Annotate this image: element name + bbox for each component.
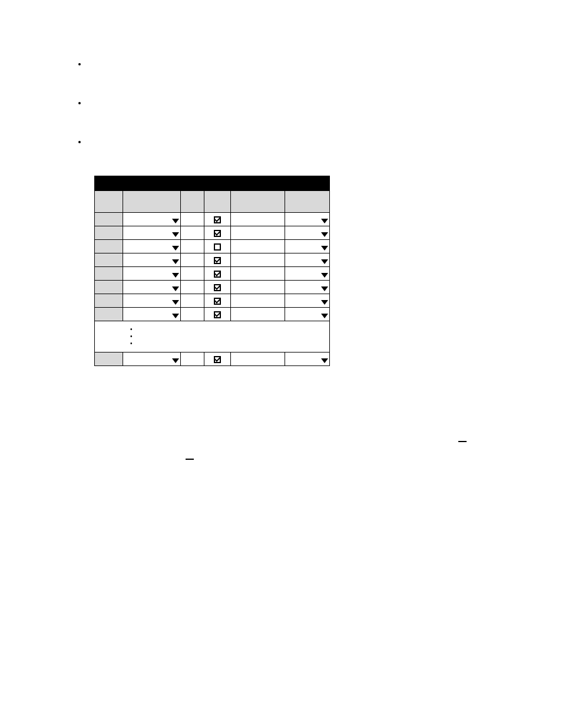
checkbox[interactable] xyxy=(214,298,221,305)
table-ellipsis-row: ••• xyxy=(95,321,330,353)
dropdown-icon[interactable] xyxy=(172,358,179,363)
dropdown-icon[interactable] xyxy=(321,259,328,264)
table-row xyxy=(95,226,330,240)
checkbox[interactable] xyxy=(214,257,221,264)
dropdown-icon[interactable] xyxy=(321,219,328,223)
data-table: ••• xyxy=(94,176,330,366)
checkbox[interactable] xyxy=(214,230,221,237)
dropdown-icon[interactable] xyxy=(172,286,179,291)
table-row xyxy=(95,294,330,308)
table-row xyxy=(95,308,330,321)
table-row xyxy=(95,281,330,294)
dropdown-icon[interactable] xyxy=(172,259,179,264)
dropdown-icon[interactable] xyxy=(172,314,179,318)
table-row xyxy=(95,267,330,281)
dropdown-icon[interactable] xyxy=(321,246,328,251)
table-row xyxy=(95,353,330,366)
dropdown-icon[interactable] xyxy=(321,314,328,318)
table-row xyxy=(95,213,330,226)
bullet-item xyxy=(87,137,495,146)
checkbox[interactable] xyxy=(214,284,221,291)
dropdown-icon[interactable] xyxy=(321,273,328,278)
dash-mark xyxy=(458,441,467,442)
bullet-item xyxy=(87,98,495,107)
bullet-item xyxy=(87,59,495,68)
checkbox[interactable] xyxy=(214,243,221,251)
dropdown-icon[interactable] xyxy=(172,232,179,237)
table-title-row xyxy=(95,176,330,191)
checkbox[interactable] xyxy=(214,311,221,318)
dropdown-icon[interactable] xyxy=(172,273,179,278)
table-header-row xyxy=(95,191,330,213)
dropdown-icon[interactable] xyxy=(172,300,179,305)
table-row xyxy=(95,240,330,253)
checkbox[interactable] xyxy=(214,271,221,278)
bullet-list xyxy=(71,59,495,146)
checkbox[interactable] xyxy=(214,216,221,223)
dropdown-icon[interactable] xyxy=(321,286,328,291)
checkbox[interactable] xyxy=(214,356,221,363)
dropdown-icon[interactable] xyxy=(321,232,328,237)
dropdown-icon[interactable] xyxy=(172,219,179,223)
dash-mark xyxy=(186,459,194,460)
dropdown-icon[interactable] xyxy=(321,358,328,363)
dropdown-icon[interactable] xyxy=(321,300,328,305)
table-row xyxy=(95,253,330,267)
dropdown-icon[interactable] xyxy=(172,246,179,251)
